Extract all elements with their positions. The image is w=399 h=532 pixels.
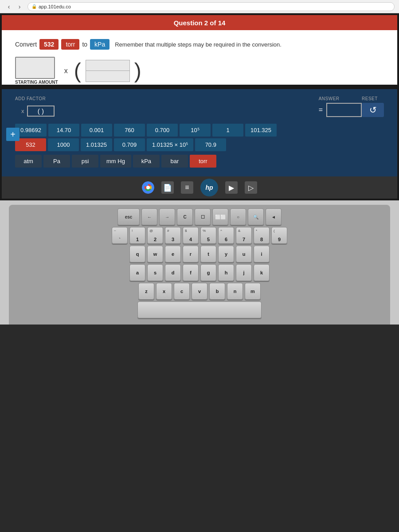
key-r[interactable]: r (183, 246, 199, 262)
key-5[interactable]: % 5 (200, 227, 216, 244)
key-refresh[interactable]: C (177, 208, 193, 225)
key-b[interactable]: b (209, 283, 225, 300)
numbers-row-1: 0.98692 14.70 0.001 760 0.700 10⁵ 1 101.… (15, 124, 384, 137)
key-window[interactable]: ☐ (195, 208, 211, 225)
reset-label: RESET (362, 96, 384, 101)
num-btn-760[interactable]: 760 (114, 124, 145, 137)
num-btn-101.325[interactable]: 101.325 (245, 124, 277, 137)
screen-wrapper: Question 2 of 14 Convert 532 torr to kPa… (0, 13, 399, 200)
unit-btn-mmhg[interactable]: mm Hg (100, 155, 131, 168)
num-btn-0.700[interactable]: 0.700 (147, 124, 178, 137)
address-bar[interactable]: 🔒 app.101edu.co (27, 2, 395, 11)
key-m[interactable]: m (245, 283, 261, 300)
key-1[interactable]: ! 1 (129, 227, 145, 244)
forward-button[interactable]: › (15, 2, 24, 11)
unit-btn-kpa[interactable]: kPa (133, 155, 160, 168)
key-windows-split[interactable]: ⬜⬜ (212, 208, 228, 225)
svg-point-1 (146, 186, 150, 189)
key-z[interactable]: z (138, 283, 154, 300)
unit-btn-atm[interactable]: atm (15, 155, 42, 168)
key-back[interactable]: ◄ (266, 208, 282, 225)
unit-btn-torr[interactable]: torr (190, 155, 216, 168)
key-v[interactable]: v (192, 283, 207, 300)
fraction-container (86, 60, 130, 82)
key-h[interactable]: h (218, 264, 234, 281)
key-c[interactable]: c (174, 283, 190, 300)
convert-description: Remember that multiple steps may be requ… (115, 41, 282, 48)
answer-col: ANSWER = (319, 96, 362, 117)
unit-btn-psi[interactable]: psi (72, 155, 98, 168)
key-9[interactable]: ( 9 (271, 227, 287, 244)
key-forward-arrow[interactable]: → (159, 208, 175, 225)
x-symbol: x (64, 67, 68, 75)
key-n[interactable]: n (227, 283, 243, 300)
key-i[interactable]: i (254, 246, 270, 262)
reset-button[interactable]: ↺ (362, 103, 384, 117)
key-d[interactable]: d (165, 264, 181, 281)
answer-input[interactable] (326, 103, 362, 117)
key-search[interactable]: 🔍 (248, 208, 264, 225)
key-backtick[interactable]: ~ ` (112, 227, 128, 244)
key-g[interactable]: g (200, 264, 216, 281)
taskbar-play-icon[interactable]: ▶ (225, 181, 238, 194)
key-u[interactable]: u (236, 246, 252, 262)
taskbar-menu-icon[interactable]: ≡ (181, 181, 193, 194)
taskbar-file-icon[interactable]: 📄 (161, 181, 174, 194)
taskbar-play2-icon[interactable]: ▷ (245, 181, 257, 194)
laptop-keyboard-area: esc ← → C ☐ ⬜⬜ ○ 🔍 ◄ ~ ` ! 1 @ 2 (0, 200, 399, 325)
to-text: to (82, 41, 87, 48)
num-btn-0.98692[interactable]: 0.98692 (15, 124, 47, 137)
key-circle[interactable]: ○ (230, 208, 246, 225)
unit-btn-pa[interactable]: Pa (43, 155, 70, 168)
key-8[interactable]: * 8 (254, 227, 270, 244)
num-btn-0.709[interactable]: 0.709 (114, 138, 145, 151)
unit-btn-bar[interactable]: bar (161, 155, 188, 168)
key-s[interactable]: s (147, 264, 163, 281)
key-x[interactable]: x (156, 283, 172, 300)
convert-row: Convert 532 torr to kPa Remember that mu… (15, 39, 384, 50)
num-btn-1[interactable]: 1 (212, 124, 243, 137)
key-row-qwerty: q w e r t y u i (13, 246, 386, 262)
key-6[interactable]: ^ 6 (218, 227, 234, 244)
fraction-box-1 (86, 60, 130, 82)
key-row-top: esc ← → C ☐ ⬜⬜ ○ 🔍 ◄ (13, 208, 386, 225)
key-j[interactable]: j (236, 264, 252, 281)
fraction-bottom-1 (86, 71, 129, 82)
key-e[interactable]: e (165, 246, 181, 262)
chrome-icon[interactable] (142, 181, 154, 194)
main-content: Convert 532 torr to kPa Remember that mu… (2, 30, 397, 85)
key-back-arrow[interactable]: ← (141, 208, 157, 225)
keyboard: esc ← → C ☐ ⬜⬜ ○ 🔍 ◄ ~ ` ! 1 @ 2 (9, 205, 390, 325)
key-k[interactable]: k (254, 264, 270, 281)
back-button[interactable]: ‹ (4, 2, 13, 11)
key-3[interactable]: # 3 (165, 227, 181, 244)
num-btn-10e5[interactable]: 10⁵ (180, 124, 211, 137)
key-a[interactable]: a (129, 264, 145, 281)
add-factor-label: ADD FACTOR (15, 96, 61, 101)
factor-parens: ( ) (27, 106, 55, 117)
controls-top-row: ADD FACTOR x ( ) ANSWER = RESET ↺ (15, 96, 384, 119)
numbers-row-2: 532 1000 1.01325 0.709 1.01325 × 10⁵ 70.… (15, 138, 384, 151)
key-y[interactable]: y (218, 246, 234, 262)
add-factor-box: x ( ) (15, 103, 61, 119)
num-btn-14.70[interactable]: 14.70 (48, 124, 79, 137)
key-esc[interactable]: esc (117, 208, 140, 225)
num-btn-1000[interactable]: 1000 (48, 138, 79, 151)
key-f[interactable]: f (183, 264, 199, 281)
key-q[interactable]: q (129, 246, 145, 262)
key-4[interactable]: $ 4 (183, 227, 199, 244)
key-w[interactable]: w (147, 246, 163, 262)
num-btn-532[interactable]: 532 (15, 138, 46, 151)
num-btn-1.01325x10e5[interactable]: 1.01325 × 10⁵ (147, 138, 193, 151)
key-space[interactable] (137, 301, 262, 318)
from-unit-badge: torr (61, 39, 79, 50)
plus-button[interactable]: + (6, 128, 20, 141)
key-t[interactable]: t (200, 246, 216, 262)
browser-nav: ‹ › (4, 2, 24, 11)
key-2[interactable]: @ 2 (147, 227, 163, 244)
num-btn-1.01325[interactable]: 1.01325 (81, 138, 112, 151)
num-btn-0.001[interactable]: 0.001 (81, 124, 112, 137)
num-btn-70.9[interactable]: 70.9 (195, 138, 226, 151)
key-7[interactable]: & 7 (236, 227, 252, 244)
answer-box: = (319, 103, 362, 117)
